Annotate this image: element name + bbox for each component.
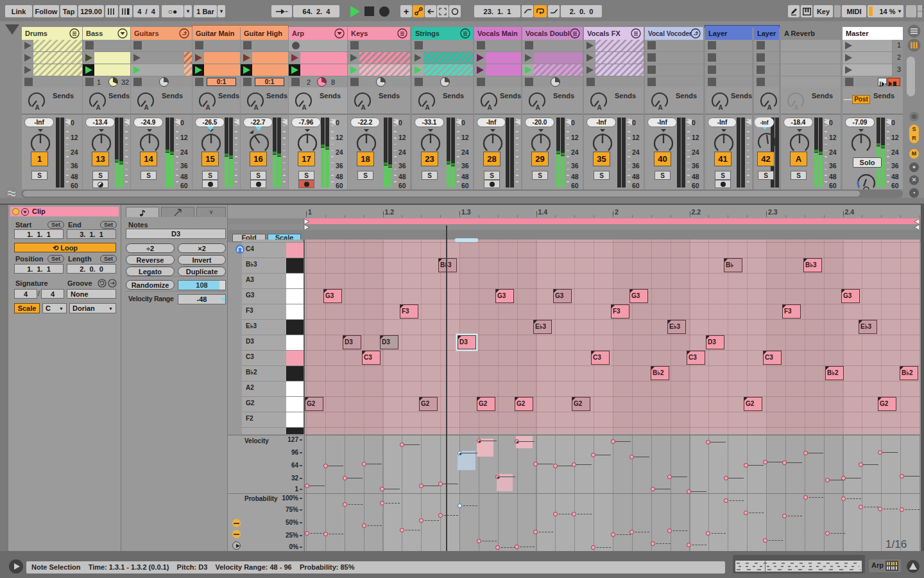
svg-text:A: A (144, 104, 149, 111)
svg-text:A: A (35, 104, 40, 111)
svg-text:A: A (767, 104, 772, 111)
svg-text:A: A (536, 104, 540, 111)
svg-text:A: A (488, 104, 492, 111)
svg-text:A: A (96, 104, 101, 111)
svg-text:A: A (794, 104, 799, 111)
svg-text:A: A (658, 104, 663, 111)
svg-text:A: A (361, 104, 366, 111)
svg-text:A: A (206, 104, 210, 111)
svg-text:A: A (597, 104, 602, 111)
svg-text:A: A (302, 104, 307, 111)
svg-text:A: A (719, 104, 723, 111)
svg-text:A: A (425, 104, 430, 111)
svg-text:A: A (254, 104, 259, 111)
